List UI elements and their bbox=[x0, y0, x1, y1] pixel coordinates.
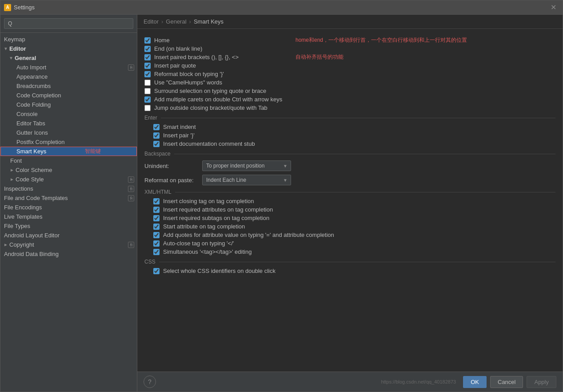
sidebar-item-breadcrumbs[interactable]: Breadcrumbs bbox=[0, 81, 137, 91]
closing-tag-label: Insert closing tag on tag completion bbox=[163, 198, 254, 204]
checkbox-surround[interactable] bbox=[144, 88, 151, 94]
sidebar-item-code-completion[interactable]: Code Completion bbox=[0, 91, 137, 100]
sidebar-item-console[interactable]: Console bbox=[0, 109, 137, 119]
checkbox-reformat-block[interactable] bbox=[144, 71, 151, 77]
sidebar-item-file-code-templates[interactable]: File and Code Templates ⎘ bbox=[0, 193, 137, 203]
sidebar-item-postfix-completion[interactable]: Postfix Completion bbox=[0, 137, 137, 147]
sidebar-item-gutter-icons[interactable]: Gutter Icons bbox=[0, 128, 137, 137]
checkbox-simultaneous[interactable] bbox=[153, 249, 160, 255]
checkbox-row-home: Home home和end，一个移动到行首，一个在空白行移动到和上一行对其的位置 bbox=[144, 37, 555, 44]
checkbox-row-css-identifiers: Select whole CSS identifiers on double c… bbox=[153, 268, 555, 274]
sidebar-item-general[interactable]: ▼ General bbox=[0, 53, 137, 63]
enter-section-label: Enter bbox=[144, 115, 555, 121]
general-arrow: ▼ bbox=[8, 56, 15, 60]
font-label: Font bbox=[10, 157, 137, 164]
sidebar-item-file-types[interactable]: File Types bbox=[0, 221, 137, 231]
css-section-label: CSS bbox=[144, 259, 555, 265]
file-code-templates-badge: ⎘ bbox=[128, 195, 134, 201]
copyright-label: Copyright bbox=[9, 241, 128, 248]
android-layout-editor-label: Android Layout Editor bbox=[4, 232, 137, 239]
sidebar-item-android-layout-editor[interactable]: Android Layout Editor bbox=[0, 231, 137, 240]
backspace-section-label: Backspace bbox=[144, 151, 555, 157]
search-input[interactable] bbox=[4, 18, 133, 29]
checkbox-row-required-attrs: Insert required attributes on tag comple… bbox=[153, 206, 555, 213]
sidebar-item-smart-keys[interactable]: Smart Keys 智能键 bbox=[0, 147, 137, 156]
reformat-paste-label: Reformat on paste: bbox=[144, 177, 198, 184]
breadcrumb: Editor › General › Smart Keys bbox=[137, 15, 563, 29]
annotation-home: home和end，一个移动到行首，一个在空白行移动到和上一行对其的位置 bbox=[295, 36, 467, 44]
close-button[interactable]: ✕ bbox=[548, 2, 559, 12]
reformat-paste-select[interactable]: Indent Each Line Reformat Block None bbox=[202, 175, 291, 185]
content-area: Keymap ▼ Editor ▼ General Auto Import ⎘ bbox=[0, 15, 563, 392]
checkbox-required-subtags[interactable] bbox=[153, 215, 160, 221]
sidebar-item-editor[interactable]: ▼ Editor bbox=[0, 44, 137, 53]
sidebar-item-font[interactable]: Font bbox=[0, 156, 137, 165]
checkbox-row-insert-pair-brace: Insert pair '}' bbox=[153, 132, 555, 139]
xml-section-label: XML/HTML bbox=[144, 189, 555, 195]
checkbox-row-doc-comment: Insert documentation comment stub bbox=[153, 140, 555, 147]
checkbox-start-attr[interactable] bbox=[153, 224, 160, 230]
sidebar-item-editor-tabs[interactable]: Editor Tabs bbox=[0, 119, 137, 128]
checkbox-css-identifiers[interactable] bbox=[153, 268, 160, 274]
checkbox-insert-pair-brace[interactable] bbox=[153, 132, 160, 139]
sidebar-item-android-data-binding[interactable]: Android Data Binding bbox=[0, 249, 137, 259]
checkbox-end[interactable] bbox=[144, 46, 151, 52]
sidebar-item-appearance[interactable]: Appearance bbox=[0, 72, 137, 81]
file-encodings-label: File Encodings bbox=[4, 204, 137, 211]
sidebar: Keymap ▼ Editor ▼ General Auto Import ⎘ bbox=[0, 15, 137, 392]
copyright-badge: ⎘ bbox=[128, 242, 134, 248]
sidebar-item-auto-import[interactable]: Auto Import ⎘ bbox=[0, 63, 137, 72]
checkbox-camel[interactable] bbox=[144, 80, 151, 86]
checkbox-jump[interactable] bbox=[144, 105, 151, 111]
reformat-paste-row: Reformat on paste: Indent Each Line Refo… bbox=[144, 175, 555, 185]
checkbox-carets[interactable] bbox=[144, 96, 151, 103]
live-templates-label: Live Templates bbox=[4, 213, 137, 220]
ok-button[interactable]: OK bbox=[463, 376, 487, 388]
checkbox-doc-comment[interactable] bbox=[153, 141, 160, 147]
cancel-button[interactable]: Cancel bbox=[490, 376, 523, 388]
brackets-label: Insert paired brackets (), [], {}, <> bbox=[154, 54, 239, 60]
surround-label: Surround selection on typing quote or br… bbox=[154, 88, 266, 94]
checkbox-home[interactable] bbox=[144, 37, 151, 44]
breadcrumb-general: General bbox=[166, 18, 186, 25]
checkbox-brackets[interactable] bbox=[144, 54, 151, 60]
sidebar-item-keymap[interactable]: Keymap bbox=[0, 35, 137, 44]
color-scheme-label: Color Scheme bbox=[16, 167, 137, 173]
checkbox-smart-indent[interactable] bbox=[153, 124, 160, 130]
checkbox-row-quote: Insert pair quote bbox=[144, 62, 555, 69]
window-title: Settings bbox=[14, 4, 548, 11]
checkbox-quote[interactable] bbox=[144, 63, 151, 69]
editor-arrow: ▼ bbox=[2, 46, 9, 51]
inspections-badge: ⎘ bbox=[128, 186, 134, 192]
checkbox-row-surround: Surround selection on typing quote or br… bbox=[144, 88, 555, 94]
checkbox-row-closing-tag: Insert closing tag on tag completion bbox=[153, 198, 555, 204]
unindent-select[interactable]: To proper indent position To indentation… bbox=[202, 160, 291, 171]
sidebar-item-code-folding[interactable]: Code Folding bbox=[0, 100, 137, 109]
console-label: Console bbox=[16, 111, 137, 117]
checkbox-closing-tag[interactable] bbox=[153, 198, 160, 204]
copy-icon: ⎘ bbox=[128, 64, 134, 71]
quote-label: Insert pair quote bbox=[154, 62, 196, 69]
apply-button[interactable]: Apply bbox=[527, 376, 556, 388]
checkbox-row-jump: Jump outside closing bracket/quote with … bbox=[144, 104, 555, 111]
auto-import-label: Auto Import bbox=[16, 64, 128, 71]
checkbox-required-attrs[interactable] bbox=[153, 207, 160, 213]
sidebar-item-live-templates[interactable]: Live Templates bbox=[0, 212, 137, 221]
gutter-icons-label: Gutter Icons bbox=[16, 129, 137, 136]
reformat-paste-select-wrapper: Indent Each Line Reformat Block None bbox=[202, 175, 291, 185]
checkbox-auto-close-tag[interactable] bbox=[153, 240, 160, 247]
watermark: https://blog.csdn.net/qq_40182873 bbox=[160, 379, 456, 384]
postfix-completion-label: Postfix Completion bbox=[16, 139, 137, 145]
color-scheme-arrow: ► bbox=[8, 168, 16, 172]
jump-label: Jump outside closing bracket/quote with … bbox=[154, 104, 268, 111]
sidebar-item-color-scheme[interactable]: ► Color Scheme bbox=[0, 165, 137, 175]
sidebar-item-copyright[interactable]: ► Copyright ⎘ bbox=[0, 240, 137, 249]
code-style-arrow: ► bbox=[8, 177, 16, 182]
unindent-label: Unindent: bbox=[144, 163, 198, 169]
sidebar-item-file-encodings[interactable]: File Encodings bbox=[0, 203, 137, 212]
checkbox-add-quotes[interactable] bbox=[153, 232, 160, 238]
settings-content: Home home和end，一个移动到行首，一个在空白行移动到和上一行对其的位置… bbox=[137, 29, 563, 372]
help-button[interactable]: ? bbox=[144, 376, 156, 388]
sidebar-item-inspections[interactable]: Inspections ⎘ bbox=[0, 184, 137, 193]
sidebar-item-code-style[interactable]: ► Code Style ⎘ bbox=[0, 175, 137, 184]
